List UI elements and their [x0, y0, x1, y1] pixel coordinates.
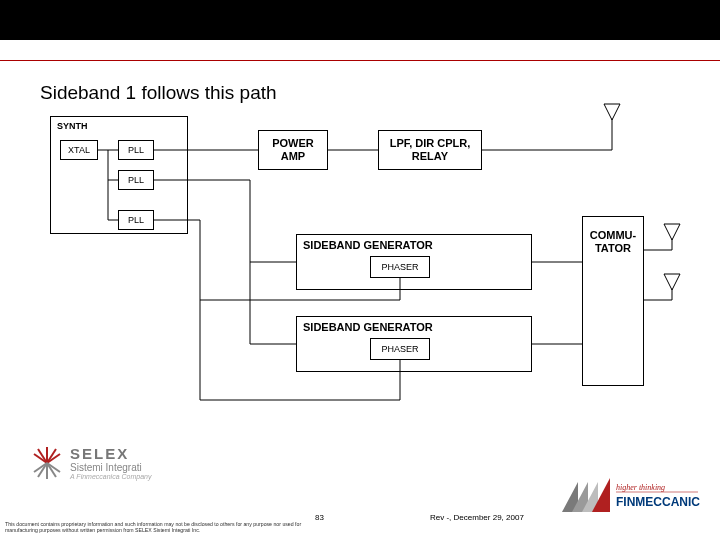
page-number: 83: [315, 513, 324, 522]
selex-logo-block: SELEX Sistemi Integrati A Finmeccanica C…: [30, 445, 151, 480]
finmeccanica-logo-block: higher thinking FINMECCANICA: [550, 476, 700, 526]
finmeccanica-tag: higher thinking: [616, 483, 665, 492]
selex-brand-tag: A Finmeccanica Company: [70, 473, 151, 480]
selex-fan-icon: [30, 446, 64, 480]
antenna-icon: [604, 104, 620, 120]
antenna-icon: [664, 274, 680, 290]
selex-brand: SELEX: [70, 445, 151, 462]
finmeccanica-brand: FINMECCANICA: [616, 495, 700, 509]
antenna-icon: [664, 224, 680, 240]
selex-brand-sub: Sistemi Integrati: [70, 462, 151, 473]
disclaimer-text: This document contains proprietary infor…: [5, 522, 325, 534]
rev-date: Rev -, December 29, 2007: [430, 513, 524, 522]
